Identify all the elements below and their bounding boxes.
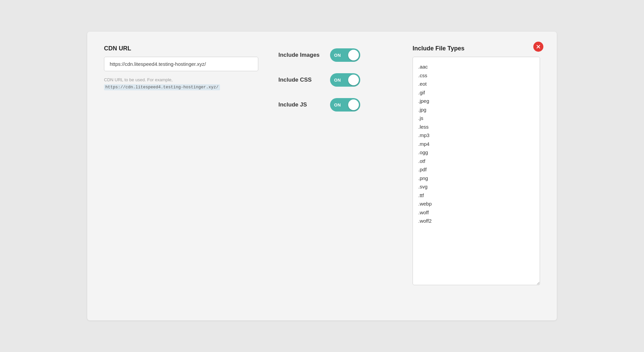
include-css-toggle-state: ON (334, 78, 341, 83)
file-types-section: Include File Types .aac .css .eot .gif .… (413, 45, 540, 307)
cdn-url-input[interactable] (104, 57, 258, 71)
include-css-label: Include CSS (278, 77, 322, 83)
cdn-url-helper: CDN URL to be used. For example, https:/… (104, 77, 258, 91)
include-images-toggle-thumb (348, 50, 359, 60)
file-types-title: Include File Types (413, 45, 465, 52)
include-images-label: Include Images (278, 52, 322, 58)
file-types-header: Include File Types (413, 45, 540, 52)
include-js-label: Include JS (278, 101, 322, 108)
include-js-toggle[interactable]: ON (330, 98, 360, 112)
cdn-url-label: CDN URL (104, 45, 258, 52)
include-js-toggle-thumb (348, 99, 359, 110)
close-button[interactable] (533, 42, 543, 52)
include-js-row: Include JS ON (278, 98, 392, 112)
include-images-toggle[interactable]: ON (330, 48, 360, 62)
include-images-row: Include Images ON (278, 48, 392, 62)
include-css-row: Include CSS ON (278, 73, 392, 87)
include-css-toggle-thumb (348, 75, 359, 85)
cdn-url-example: https://cdn.litespeed4.testing-hostinger… (104, 84, 220, 90)
cdn-url-section: CDN URL CDN URL to be used. For example,… (104, 45, 258, 307)
include-js-toggle-state: ON (334, 102, 341, 107)
include-images-toggle-state: ON (334, 53, 341, 58)
file-types-textarea[interactable]: .aac .css .eot .gif .jpeg .jpg .js .less… (413, 57, 540, 285)
settings-card: CDN URL CDN URL to be used. For example,… (87, 32, 557, 320)
include-css-toggle[interactable]: ON (330, 73, 360, 87)
toggles-section: Include Images ON Include CSS ON Include… (278, 45, 392, 307)
